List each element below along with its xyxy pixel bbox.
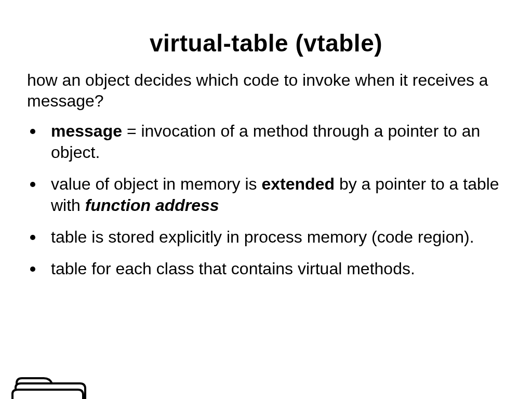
slide: virtual-table (vtable) how an object dec… (0, 29, 532, 399)
list-item: value of object in memory is extended by… (27, 174, 505, 216)
bold-text: extended (262, 175, 335, 193)
text: table for each class that contains virtu… (51, 259, 415, 278)
text: table is stored explicitly in process me… (51, 228, 474, 246)
list-item: table is stored explicitly in process me… (27, 227, 505, 248)
list-item: message = invocation of a method through… (27, 121, 505, 163)
bold-italic-text: function address (85, 196, 219, 215)
slide-title: virtual-table (vtable) (0, 29, 532, 57)
bullet-list: message = invocation of a method through… (27, 121, 505, 280)
folder-icon: SPL/2010 (7, 371, 90, 399)
text: value of object in memory is (51, 175, 262, 193)
list-item: table for each class that contains virtu… (27, 258, 505, 280)
bold-text: message (51, 122, 122, 140)
slide-intro: how an object decides which code to invo… (27, 70, 505, 111)
